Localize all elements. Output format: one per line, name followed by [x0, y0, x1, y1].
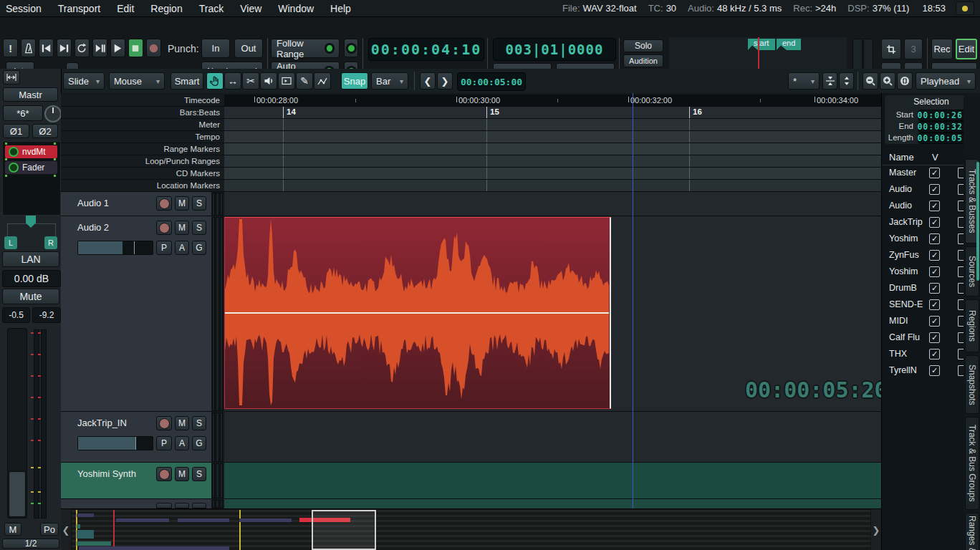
zoom-focus-dropdown[interactable]: Playhead▾ [916, 72, 976, 90]
automation-tool-button[interactable] [314, 72, 331, 90]
menu-region[interactable]: Region [150, 3, 182, 14]
audition-button[interactable]: Audition [623, 54, 663, 67]
phase-2-button[interactable]: Ø2 [32, 124, 58, 138]
list-row-tyrelln[interactable]: TyrellN✓ [882, 362, 965, 379]
list-row-audio[interactable]: Audio✓ [882, 198, 965, 214]
track-header-audio1[interactable]: Audio 1 M S [61, 192, 211, 216]
start-marker[interactable]: start [748, 39, 775, 50]
summary-scroll-right[interactable]: ❯ [871, 509, 881, 550]
ruler-row-meter[interactable] [224, 119, 881, 131]
phase-1-button[interactable]: Ø1 [3, 124, 29, 138]
list-row-send-e[interactable]: SEND-E✓ [882, 296, 965, 313]
nudge-forward-button[interactable]: ❯ [437, 72, 453, 90]
summary-scroll-left[interactable]: ❮ [61, 509, 71, 550]
list-row-yoshim[interactable]: Yoshim✓ [882, 231, 965, 247]
processor-box[interactable]: nvdMt Fader [2, 141, 61, 216]
tab-ranges-marks[interactable]: Ranges & Marks [965, 513, 979, 550]
audio1-mute-button[interactable]: M [175, 196, 189, 211]
list-row-jacktrip[interactable]: JackTrip✓ [882, 214, 965, 231]
visible-checkbox[interactable]: ✓ [929, 233, 940, 244]
smart-mode-button[interactable]: Smart [170, 72, 203, 90]
secondary-clock[interactable]: 003|01|0000 [493, 38, 616, 61]
menu-session[interactable]: Session [6, 3, 42, 14]
ruler-row-tempo[interactable] [224, 131, 881, 143]
nudge-back-button[interactable]: ❮ [420, 72, 436, 90]
editor-page-button[interactable]: Edit [956, 39, 977, 59]
range-tool-button[interactable]: ↔ [224, 72, 241, 90]
mouse-mode-dropdown[interactable]: Mouse▾ [109, 72, 165, 90]
jacktrip-lane[interactable] [224, 412, 881, 463]
visible-checkbox[interactable]: ✓ [929, 217, 940, 228]
yoshimi-mute-button[interactable]: M [175, 467, 189, 481]
audio2-solo-button[interactable]: S [192, 221, 206, 235]
monitor-knob[interactable] [44, 105, 62, 122]
goto-end-button[interactable] [57, 39, 72, 57]
processor-fader[interactable]: Fader [5, 161, 57, 174]
audition-tool-button[interactable] [260, 72, 277, 90]
menu-window[interactable]: Window [278, 3, 314, 14]
visible-checkbox[interactable]: ✓ [929, 316, 940, 327]
nudge-clock[interactable]: 00:00:05:00 [457, 72, 526, 91]
jacktrip-record-button[interactable] [156, 416, 172, 430]
monitor-knob-label-button[interactable]: *6* [3, 105, 43, 121]
draw-tool-button[interactable]: ✎ [296, 72, 313, 90]
visible-checkbox[interactable]: ✓ [929, 365, 940, 376]
cut-tool-button[interactable]: ✂ [242, 72, 259, 90]
zoom-out-button[interactable] [863, 72, 878, 90]
ruler-row-cd-markers[interactable] [224, 168, 881, 180]
track-header-jacktrip[interactable]: JackTrip_IN M S P A G [61, 412, 211, 463]
jacktrip-gain-slider[interactable] [77, 436, 153, 450]
yoshimi-record-button[interactable] [156, 467, 172, 481]
tab-snapshots[interactable]: Snapshots [965, 355, 979, 414]
ruler-row-location-markers[interactable] [224, 180, 881, 192]
primary-clock[interactable]: 00:00:04:10 [368, 38, 484, 61]
grid-unit-dropdown[interactable]: Bar▾ [371, 72, 408, 90]
ruler-row-loop-punch-ranges[interactable] [224, 155, 881, 168]
jacktrip-pan-button[interactable]: P [156, 436, 172, 450]
jacktrip-solo-button[interactable]: S [192, 416, 206, 430]
menu-track[interactable]: Track [199, 3, 224, 14]
audio1-record-button[interactable] [156, 196, 172, 211]
menu-help[interactable]: Help [330, 3, 351, 14]
output-button[interactable]: LAN [2, 251, 59, 267]
layout-3-button[interactable]: 3 [904, 39, 923, 59]
panic-button[interactable]: ! [3, 39, 18, 57]
visible-checkbox[interactable]: ✓ [929, 266, 940, 277]
menu-edit[interactable]: Edit [117, 3, 134, 14]
ruler-row-range-markers[interactable] [224, 143, 881, 155]
processor-nvdmt[interactable]: nvdMt [5, 145, 57, 158]
plugin-active-led[interactable] [9, 147, 19, 157]
audio-region[interactable] [224, 217, 611, 409]
list-row-audio[interactable]: Audio✓ [882, 181, 965, 198]
audio2-gain-slider[interactable] [77, 241, 153, 255]
metronome-button[interactable] [21, 39, 36, 57]
list-row-master[interactable]: Master✓ [882, 165, 965, 181]
list-row-calf-flu[interactable]: Calf Flu✓ [882, 329, 965, 346]
summary-view-rectangle[interactable] [312, 510, 376, 550]
master-route-button[interactable]: Mastr [3, 87, 58, 102]
fader-active-led[interactable] [9, 163, 19, 173]
mono-button[interactable]: M [4, 523, 21, 536]
audio1-lane[interactable] [224, 192, 881, 216]
list-row-thx[interactable]: THX✓ [882, 346, 965, 362]
gain-fader-handle[interactable] [9, 471, 26, 517]
follow-range-button[interactable]: Follow Range [271, 39, 340, 58]
stop-button[interactable] [128, 39, 143, 57]
marker-preset-dropdown[interactable]: *▾ [788, 72, 820, 90]
solo-button[interactable]: Solo [623, 39, 663, 52]
peak-right-display[interactable]: -9.2 [32, 307, 61, 323]
list-row-midi[interactable]: MIDI✓ [882, 313, 965, 329]
audio2-pan-button[interactable]: P [156, 241, 172, 255]
play-range-button[interactable] [92, 39, 107, 57]
audio2-mute-button[interactable]: M [175, 221, 189, 235]
strip-width-button[interactable] [3, 70, 20, 85]
audio2-automation-button[interactable]: A [175, 241, 189, 255]
yoshimi-solo-button[interactable]: S [192, 467, 206, 481]
visible-checkbox[interactable]: ✓ [929, 184, 940, 195]
audio2-group-button[interactable]: G [192, 241, 206, 255]
io-button[interactable]: 1/2 [2, 539, 59, 549]
shrink-tracks-button[interactable] [822, 72, 837, 90]
list-row-drumb[interactable]: DrumB✓ [882, 280, 965, 296]
panner[interactable]: L R [2, 215, 59, 249]
peak-left-display[interactable]: -0.5 [2, 307, 30, 323]
